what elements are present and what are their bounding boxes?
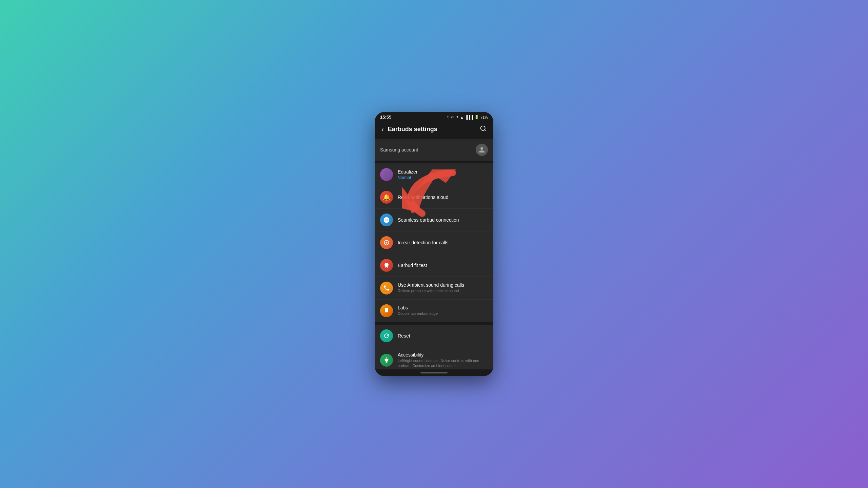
accessibility-text: Accessibility Left/right sound balance ,… — [398, 352, 488, 369]
back-button[interactable]: ‹ — [380, 124, 385, 135]
equalizer-title: Equalizer — [398, 169, 488, 175]
instagram-icon: ⊙ — [447, 115, 450, 119]
labs-icon — [380, 304, 393, 317]
labs-text: Labs Double tap earbud edge — [398, 305, 488, 316]
account-label: Samsung account — [380, 147, 418, 152]
reset-text: Reset — [398, 333, 488, 339]
status-icons: ⊙ ▭ ✦ ▲ ▐▐▐ 🔋 71% — [447, 115, 488, 119]
signal-icon: ▐▐▐ — [465, 115, 473, 119]
wifi-icon: ▲ — [460, 115, 464, 119]
accessibility-icon — [380, 354, 393, 367]
in-ear-detection-icon — [380, 236, 393, 249]
battery-level: 71% — [480, 115, 488, 119]
read-notifications-icon: 🔔 — [380, 191, 393, 204]
in-ear-detection-title: In-ear detection for calls — [398, 240, 488, 245]
search-button[interactable] — [478, 124, 488, 135]
svg-point-4 — [386, 358, 387, 359]
phone-icon: ▭ — [451, 115, 454, 119]
content-area: Samsung account 🎵 Equalizer Normal 🔔 Rea… — [375, 139, 493, 369]
menu-item-in-ear-detection[interactable]: In-ear detection for calls — [375, 231, 493, 254]
ambient-calls-icon — [380, 282, 393, 294]
menu-item-accessibility[interactable]: Accessibility Left/right sound balance ,… — [375, 347, 493, 369]
reset-title: Reset — [398, 333, 488, 339]
status-bar: 15:55 ⊙ ▭ ✦ ▲ ▐▐▐ 🔋 71% — [375, 112, 493, 121]
app-bar-left: ‹ Earbuds settings — [380, 124, 437, 135]
equalizer-text: Equalizer Normal — [398, 169, 488, 180]
seamless-connection-icon — [380, 214, 393, 226]
equalizer-subtitle: Normal — [398, 175, 488, 180]
accessibility-title: Accessibility — [398, 352, 488, 358]
menu-item-equalizer[interactable]: 🎵 Equalizer Normal — [375, 163, 493, 186]
ambient-calls-text: Use Ambient sound during calls Relieve p… — [398, 282, 488, 293]
menu-item-labs[interactable]: Labs Double tap earbud edge — [375, 300, 493, 322]
app-bar-title: Earbuds settings — [388, 126, 437, 133]
earbud-fit-icon — [380, 259, 393, 272]
app-bar: ‹ Earbuds settings — [375, 121, 493, 139]
avatar-icon — [478, 146, 485, 153]
svg-point-0 — [481, 126, 485, 130]
home-bar — [420, 372, 448, 373]
menu-item-seamless-connection[interactable]: Seamless earbud connection — [375, 209, 493, 231]
reset-icon — [380, 329, 393, 342]
phone-frame: 15:55 ⊙ ▭ ✦ ▲ ▐▐▐ 🔋 71% ‹ Earbuds settin… — [375, 112, 493, 376]
menu-item-ambient-calls[interactable]: Use Ambient sound during calls Relieve p… — [375, 277, 493, 300]
samsung-account-item[interactable]: Samsung account — [375, 139, 493, 161]
read-notifications-title: Read notifications aloud — [398, 195, 488, 200]
labs-subtitle: Double tap earbud edge — [398, 311, 488, 316]
menu-item-earbud-fit[interactable]: Earbud fit test — [375, 254, 493, 277]
home-indicator — [375, 369, 493, 376]
read-notifications-text: Read notifications aloud — [398, 195, 488, 200]
in-ear-detection-text: In-ear detection for calls — [398, 240, 488, 245]
main-menu-section: 🎵 Equalizer Normal 🔔 Read notifications … — [375, 163, 493, 322]
seamless-connection-title: Seamless earbud connection — [398, 217, 488, 223]
bluetooth-icon: ✦ — [456, 115, 459, 119]
earbud-fit-title: Earbud fit test — [398, 263, 488, 268]
earbud-fit-text: Earbud fit test — [398, 263, 488, 268]
status-time: 15:55 — [380, 115, 391, 120]
ambient-calls-title: Use Ambient sound during calls — [398, 282, 488, 288]
menu-item-read-notifications[interactable]: 🔔 Read notifications aloud — [375, 186, 493, 209]
battery-icon: 🔋 — [474, 115, 479, 119]
labs-title: Labs — [398, 305, 488, 310]
seamless-connection-text: Seamless earbud connection — [398, 217, 488, 223]
menu-item-reset[interactable]: Reset — [375, 325, 493, 347]
equalizer-icon: 🎵 — [380, 168, 393, 181]
svg-point-3 — [386, 242, 388, 244]
account-avatar — [476, 144, 488, 156]
ambient-calls-subtitle: Relieve pressure with ambient sound — [398, 288, 488, 293]
accessibility-subtitle: Left/right sound balance , Noise control… — [398, 358, 488, 369]
svg-line-1 — [485, 130, 486, 131]
bottom-section: Reset Accessibility Left/right sound bal… — [375, 325, 493, 369]
